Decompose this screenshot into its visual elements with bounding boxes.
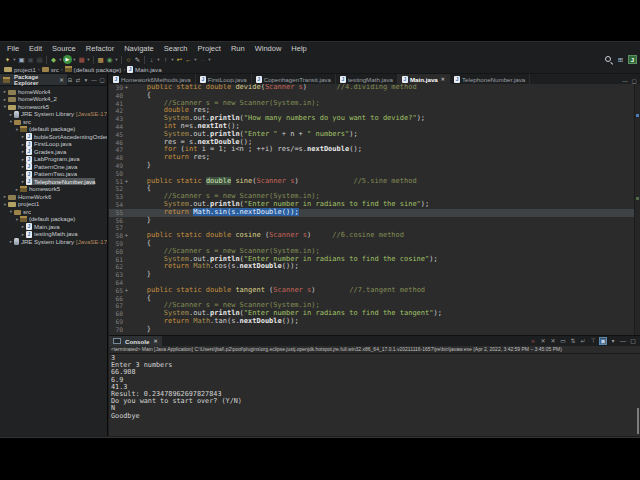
remove-all-launches-icon[interactable]: ✕ bbox=[549, 337, 557, 345]
menu-file[interactable]: File bbox=[2, 44, 24, 53]
coverage-icon-dropdown[interactable]: ▾ bbox=[86, 57, 91, 62]
link-with-editor-icon[interactable]: ⇄ bbox=[75, 77, 81, 83]
tab-package-explorer[interactable]: Package Explorer ✕ bbox=[0, 74, 67, 85]
close-tab-icon[interactable]: ✕ bbox=[441, 76, 445, 82]
menu-run[interactable]: Run bbox=[226, 44, 250, 53]
tree-item-patterntwo-java[interactable]: ▸JPatternTwo.java bbox=[0, 171, 107, 179]
breadcrumb-item-src[interactable]: src bbox=[42, 66, 59, 73]
tree-item-default-package[interactable]: ▾(default package) bbox=[0, 126, 107, 134]
tree-item-bublesortascedentingorder-java[interactable]: ▸JbubleSortAscedentingOrder.java bbox=[0, 133, 107, 141]
fold-marker-icon[interactable]: + bbox=[123, 232, 130, 240]
breadcrumb-item-default-package[interactable]: (default package) bbox=[65, 66, 122, 73]
code-line[interactable]: 55 return Math.sin(s.nextDouble()); bbox=[109, 209, 635, 217]
open-perspective-icon[interactable]: ⊞ bbox=[616, 55, 625, 64]
fold-marker-icon[interactable]: + bbox=[123, 178, 130, 186]
editor-tab-copenhagentransit-java[interactable]: JCopenhagenTransit.java bbox=[252, 74, 336, 84]
search-icon[interactable] bbox=[604, 55, 613, 64]
close-console-icon[interactable]: ✕ bbox=[153, 338, 157, 344]
save-all-icon[interactable]: ▣ bbox=[26, 55, 35, 64]
code-line[interactable]: 65+ public static double tangent (Scanne… bbox=[109, 287, 635, 295]
scroll-lock-icon[interactable]: ⇅ bbox=[569, 337, 577, 345]
tree-item-firstloop-java[interactable]: ▸JFirstLoop.java bbox=[0, 141, 107, 149]
menu-source[interactable]: Source bbox=[47, 44, 81, 53]
tree-item-telephonenumber-java[interactable]: ▸JTelephoneNumber.java bbox=[0, 178, 107, 186]
next-annotation-icon[interactable]: ↓ bbox=[147, 55, 156, 64]
tree-item-src[interactable]: ▾src bbox=[0, 118, 107, 126]
tree-item-testingmath-java[interactable]: ▸JtestingMath.java bbox=[0, 231, 107, 239]
console-scrollbar-thumb[interactable] bbox=[637, 408, 639, 434]
code-line[interactable]: 70 } bbox=[109, 326, 635, 334]
code-line[interactable]: 63 } bbox=[109, 271, 635, 279]
code-line[interactable]: 56 } bbox=[109, 217, 635, 225]
pin-console-icon[interactable]: ⊤ bbox=[589, 337, 597, 345]
tree-item-homework4[interactable]: ▸homeWork4 bbox=[0, 88, 107, 96]
new-java-project-icon[interactable]: ▩ bbox=[96, 55, 105, 64]
tree-item-jre-system-library[interactable]: ▸JRE System Library[JavaSE-17] bbox=[0, 111, 107, 119]
last-edit-location-icon[interactable]: ↩ bbox=[175, 55, 184, 64]
coverage-icon[interactable]: ▦ bbox=[77, 55, 86, 64]
tree-item-homework4-2[interactable]: ▸homeWork4_2 bbox=[0, 96, 107, 104]
print-icon[interactable]: ▤ bbox=[35, 55, 44, 64]
breadcrumb-item-main-java[interactable]: JMain.java bbox=[127, 66, 161, 73]
menu-help[interactable]: Help bbox=[286, 44, 311, 53]
run-icon[interactable]: ▶ bbox=[63, 55, 72, 64]
tree-item-main-java[interactable]: ▸JMain.java bbox=[0, 223, 107, 231]
annotation-marker[interactable] bbox=[636, 197, 639, 200]
code-line[interactable]: 49 } bbox=[109, 162, 635, 170]
menu-project[interactable]: Project bbox=[193, 44, 226, 53]
tree-item-src[interactable]: ▾src bbox=[0, 208, 107, 216]
console-output[interactable]: 3Enter 3 numbers66.9086.941.3Result: 0.2… bbox=[109, 354, 640, 420]
tree-item-jre-system-library[interactable]: ▸JRE System Library[JavaSE-17] bbox=[0, 238, 107, 246]
close-view-icon[interactable]: ✕ bbox=[59, 77, 64, 83]
word-wrap-icon[interactable]: ↵ bbox=[579, 337, 587, 345]
menu-window[interactable]: Window bbox=[250, 44, 287, 53]
forward-icon[interactable]: → bbox=[198, 55, 207, 64]
previous-annotation-icon[interactable]: ↑ bbox=[161, 55, 170, 64]
remove-launch-icon[interactable]: ✕ bbox=[539, 337, 547, 345]
open-console-icon[interactable]: ▾ bbox=[609, 337, 617, 345]
editor-tab-homework6methods-java[interactable]: JHomework6Methods.java bbox=[109, 74, 196, 84]
tree-item-homework5[interactable]: ▸homework5 bbox=[0, 186, 107, 194]
editor-tab-telephonenumber-java[interactable]: JTelephoneNumber.java bbox=[450, 74, 530, 84]
collapse-all-icon[interactable]: ⊟ bbox=[67, 77, 73, 83]
menu-navigate[interactable]: Navigate bbox=[119, 44, 159, 53]
java-perspective-icon[interactable]: J bbox=[628, 55, 637, 64]
tree-item-patternone-java[interactable]: ▸JPatternOne.java bbox=[0, 163, 107, 171]
tree-item-homework5[interactable]: ▾homework5 bbox=[0, 103, 107, 111]
tree-item-default-package[interactable]: ▾(default package) bbox=[0, 216, 107, 224]
tree-item-project1[interactable]: ▾project1 bbox=[0, 201, 107, 209]
terminate-icon[interactable]: ■ bbox=[529, 337, 537, 345]
editor-tab-testingmath-java[interactable]: JtestingMath.java bbox=[336, 74, 398, 84]
new-java-class-icon[interactable]: ◉ bbox=[105, 55, 114, 64]
code-line[interactable]: 39+ public static double devide(Scanner … bbox=[109, 84, 635, 92]
save-icon[interactable]: ▣ bbox=[17, 55, 26, 64]
tree-item-labprogram-java[interactable]: ▸JLabProgram.java bbox=[0, 156, 107, 164]
mark-occurrences-icon[interactable]: ✎ bbox=[133, 55, 142, 64]
menu-edit[interactable]: Edit bbox=[24, 44, 47, 53]
code-line[interactable]: 69 return Math.tan(s.nextDouble()); bbox=[109, 318, 635, 326]
minimize-view-icon[interactable]: — bbox=[91, 77, 97, 83]
annotation-marker[interactable] bbox=[636, 114, 639, 117]
code-line[interactable]: 62 return Math.cos(s.nextDouble()); bbox=[109, 263, 635, 271]
fold-marker-icon[interactable]: + bbox=[123, 287, 130, 295]
back-icon[interactable]: ← bbox=[184, 55, 193, 64]
menu-refactor[interactable]: Refactor bbox=[81, 44, 119, 53]
display-selected-console-icon[interactable]: ▣ bbox=[599, 337, 607, 345]
tab-console[interactable]: Console ✕ bbox=[109, 336, 162, 346]
code-line[interactable]: 58+ public static double cosine (Scanner… bbox=[109, 232, 635, 240]
minimize-view-icon[interactable]: — bbox=[619, 337, 627, 345]
view-menu-icon[interactable]: ▾ bbox=[83, 77, 89, 83]
debug-icon[interactable]: ◆ bbox=[49, 55, 58, 64]
code-line[interactable]: 51+ public static double sine(Scanner s)… bbox=[109, 178, 635, 186]
code-editor[interactable]: 39+ public static double devide(Scanner … bbox=[109, 84, 635, 335]
fold-marker-icon[interactable]: + bbox=[123, 84, 130, 92]
maximize-view-icon[interactable]: ▢ bbox=[629, 337, 637, 345]
new-wizard-icon[interactable]: ✦ bbox=[3, 55, 12, 64]
new-java-class-icon-dropdown[interactable]: ▾ bbox=[114, 57, 119, 62]
forward-icon-dropdown[interactable]: ▾ bbox=[207, 57, 212, 62]
tree-item-grades-java[interactable]: ▸JGrades.java bbox=[0, 148, 107, 156]
editor-tab-main-java[interactable]: JMain.java✕ bbox=[398, 74, 450, 84]
maximize-view-icon[interactable]: ▢ bbox=[99, 77, 105, 83]
clear-console-icon[interactable]: ▭ bbox=[559, 337, 567, 345]
tree-item-homework6[interactable]: ▸HomeWork6 bbox=[0, 193, 107, 201]
